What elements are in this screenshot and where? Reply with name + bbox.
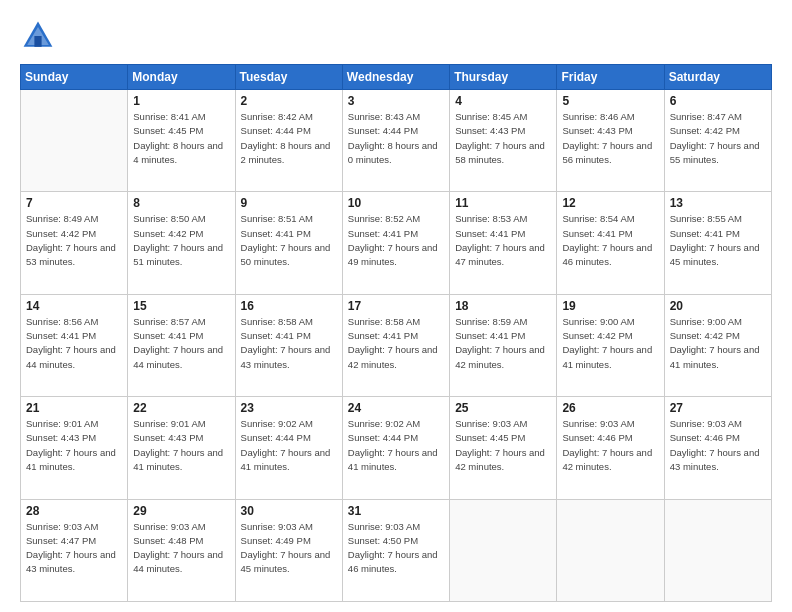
day-detail: Sunrise: 9:02 AMSunset: 4:44 PMDaylight:… <box>241 417 337 474</box>
weekday-tuesday: Tuesday <box>235 65 342 90</box>
day-detail: Sunrise: 8:46 AMSunset: 4:43 PMDaylight:… <box>562 110 658 167</box>
day-detail: Sunrise: 8:54 AMSunset: 4:41 PMDaylight:… <box>562 212 658 269</box>
day-detail: Sunrise: 9:00 AMSunset: 4:42 PMDaylight:… <box>670 315 766 372</box>
day-number: 1 <box>133 94 229 108</box>
day-number: 16 <box>241 299 337 313</box>
day-detail: Sunrise: 9:03 AMSunset: 4:46 PMDaylight:… <box>670 417 766 474</box>
day-number: 30 <box>241 504 337 518</box>
day-cell: 15Sunrise: 8:57 AMSunset: 4:41 PMDayligh… <box>128 294 235 396</box>
day-number: 24 <box>348 401 444 415</box>
weekday-saturday: Saturday <box>664 65 771 90</box>
day-cell: 23Sunrise: 9:02 AMSunset: 4:44 PMDayligh… <box>235 397 342 499</box>
day-detail: Sunrise: 8:55 AMSunset: 4:41 PMDaylight:… <box>670 212 766 269</box>
day-number: 6 <box>670 94 766 108</box>
day-detail: Sunrise: 9:02 AMSunset: 4:44 PMDaylight:… <box>348 417 444 474</box>
day-number: 10 <box>348 196 444 210</box>
day-cell: 18Sunrise: 8:59 AMSunset: 4:41 PMDayligh… <box>450 294 557 396</box>
day-detail: Sunrise: 9:03 AMSunset: 4:49 PMDaylight:… <box>241 520 337 577</box>
day-number: 21 <box>26 401 122 415</box>
week-row-3: 21Sunrise: 9:01 AMSunset: 4:43 PMDayligh… <box>21 397 772 499</box>
day-detail: Sunrise: 9:03 AMSunset: 4:50 PMDaylight:… <box>348 520 444 577</box>
logo-icon <box>20 18 56 54</box>
day-cell: 4Sunrise: 8:45 AMSunset: 4:43 PMDaylight… <box>450 90 557 192</box>
day-detail: Sunrise: 8:42 AMSunset: 4:44 PMDaylight:… <box>241 110 337 167</box>
day-cell <box>664 499 771 601</box>
day-cell: 5Sunrise: 8:46 AMSunset: 4:43 PMDaylight… <box>557 90 664 192</box>
day-number: 29 <box>133 504 229 518</box>
day-cell: 14Sunrise: 8:56 AMSunset: 4:41 PMDayligh… <box>21 294 128 396</box>
day-cell: 20Sunrise: 9:00 AMSunset: 4:42 PMDayligh… <box>664 294 771 396</box>
day-number: 27 <box>670 401 766 415</box>
week-row-2: 14Sunrise: 8:56 AMSunset: 4:41 PMDayligh… <box>21 294 772 396</box>
day-number: 18 <box>455 299 551 313</box>
day-detail: Sunrise: 8:53 AMSunset: 4:41 PMDaylight:… <box>455 212 551 269</box>
day-number: 22 <box>133 401 229 415</box>
day-cell: 17Sunrise: 8:58 AMSunset: 4:41 PMDayligh… <box>342 294 449 396</box>
day-number: 17 <box>348 299 444 313</box>
day-cell: 31Sunrise: 9:03 AMSunset: 4:50 PMDayligh… <box>342 499 449 601</box>
day-cell: 2Sunrise: 8:42 AMSunset: 4:44 PMDaylight… <box>235 90 342 192</box>
day-detail: Sunrise: 8:52 AMSunset: 4:41 PMDaylight:… <box>348 212 444 269</box>
day-number: 15 <box>133 299 229 313</box>
day-number: 23 <box>241 401 337 415</box>
day-cell: 1Sunrise: 8:41 AMSunset: 4:45 PMDaylight… <box>128 90 235 192</box>
day-cell: 22Sunrise: 9:01 AMSunset: 4:43 PMDayligh… <box>128 397 235 499</box>
day-number: 5 <box>562 94 658 108</box>
weekday-thursday: Thursday <box>450 65 557 90</box>
day-detail: Sunrise: 9:03 AMSunset: 4:48 PMDaylight:… <box>133 520 229 577</box>
day-detail: Sunrise: 9:03 AMSunset: 4:46 PMDaylight:… <box>562 417 658 474</box>
day-detail: Sunrise: 8:45 AMSunset: 4:43 PMDaylight:… <box>455 110 551 167</box>
week-row-4: 28Sunrise: 9:03 AMSunset: 4:47 PMDayligh… <box>21 499 772 601</box>
day-number: 7 <box>26 196 122 210</box>
weekday-friday: Friday <box>557 65 664 90</box>
day-cell <box>557 499 664 601</box>
day-detail: Sunrise: 8:57 AMSunset: 4:41 PMDaylight:… <box>133 315 229 372</box>
day-cell: 3Sunrise: 8:43 AMSunset: 4:44 PMDaylight… <box>342 90 449 192</box>
day-cell: 12Sunrise: 8:54 AMSunset: 4:41 PMDayligh… <box>557 192 664 294</box>
day-number: 11 <box>455 196 551 210</box>
page: SundayMondayTuesdayWednesdayThursdayFrid… <box>0 0 792 612</box>
day-number: 13 <box>670 196 766 210</box>
weekday-header-row: SundayMondayTuesdayWednesdayThursdayFrid… <box>21 65 772 90</box>
day-detail: Sunrise: 9:01 AMSunset: 4:43 PMDaylight:… <box>26 417 122 474</box>
day-detail: Sunrise: 8:58 AMSunset: 4:41 PMDaylight:… <box>348 315 444 372</box>
day-cell: 11Sunrise: 8:53 AMSunset: 4:41 PMDayligh… <box>450 192 557 294</box>
day-cell: 10Sunrise: 8:52 AMSunset: 4:41 PMDayligh… <box>342 192 449 294</box>
header <box>20 18 772 54</box>
day-cell: 26Sunrise: 9:03 AMSunset: 4:46 PMDayligh… <box>557 397 664 499</box>
day-number: 14 <box>26 299 122 313</box>
day-cell: 8Sunrise: 8:50 AMSunset: 4:42 PMDaylight… <box>128 192 235 294</box>
day-number: 3 <box>348 94 444 108</box>
day-cell: 28Sunrise: 9:03 AMSunset: 4:47 PMDayligh… <box>21 499 128 601</box>
day-cell <box>450 499 557 601</box>
day-detail: Sunrise: 9:03 AMSunset: 4:47 PMDaylight:… <box>26 520 122 577</box>
day-cell: 6Sunrise: 8:47 AMSunset: 4:42 PMDaylight… <box>664 90 771 192</box>
day-detail: Sunrise: 8:41 AMSunset: 4:45 PMDaylight:… <box>133 110 229 167</box>
day-cell: 19Sunrise: 9:00 AMSunset: 4:42 PMDayligh… <box>557 294 664 396</box>
day-cell: 27Sunrise: 9:03 AMSunset: 4:46 PMDayligh… <box>664 397 771 499</box>
day-cell: 30Sunrise: 9:03 AMSunset: 4:49 PMDayligh… <box>235 499 342 601</box>
day-number: 12 <box>562 196 658 210</box>
svg-rect-2 <box>34 36 41 47</box>
day-detail: Sunrise: 8:49 AMSunset: 4:42 PMDaylight:… <box>26 212 122 269</box>
day-cell: 21Sunrise: 9:01 AMSunset: 4:43 PMDayligh… <box>21 397 128 499</box>
day-detail: Sunrise: 8:59 AMSunset: 4:41 PMDaylight:… <box>455 315 551 372</box>
day-number: 20 <box>670 299 766 313</box>
week-row-0: 1Sunrise: 8:41 AMSunset: 4:45 PMDaylight… <box>21 90 772 192</box>
day-detail: Sunrise: 8:43 AMSunset: 4:44 PMDaylight:… <box>348 110 444 167</box>
day-cell: 25Sunrise: 9:03 AMSunset: 4:45 PMDayligh… <box>450 397 557 499</box>
day-number: 31 <box>348 504 444 518</box>
day-cell: 7Sunrise: 8:49 AMSunset: 4:42 PMDaylight… <box>21 192 128 294</box>
day-detail: Sunrise: 8:50 AMSunset: 4:42 PMDaylight:… <box>133 212 229 269</box>
day-number: 19 <box>562 299 658 313</box>
weekday-wednesday: Wednesday <box>342 65 449 90</box>
day-detail: Sunrise: 8:51 AMSunset: 4:41 PMDaylight:… <box>241 212 337 269</box>
week-row-1: 7Sunrise: 8:49 AMSunset: 4:42 PMDaylight… <box>21 192 772 294</box>
logo <box>20 18 60 54</box>
day-detail: Sunrise: 8:58 AMSunset: 4:41 PMDaylight:… <box>241 315 337 372</box>
day-detail: Sunrise: 8:56 AMSunset: 4:41 PMDaylight:… <box>26 315 122 372</box>
day-number: 8 <box>133 196 229 210</box>
day-number: 26 <box>562 401 658 415</box>
calendar-table: SundayMondayTuesdayWednesdayThursdayFrid… <box>20 64 772 602</box>
day-number: 25 <box>455 401 551 415</box>
